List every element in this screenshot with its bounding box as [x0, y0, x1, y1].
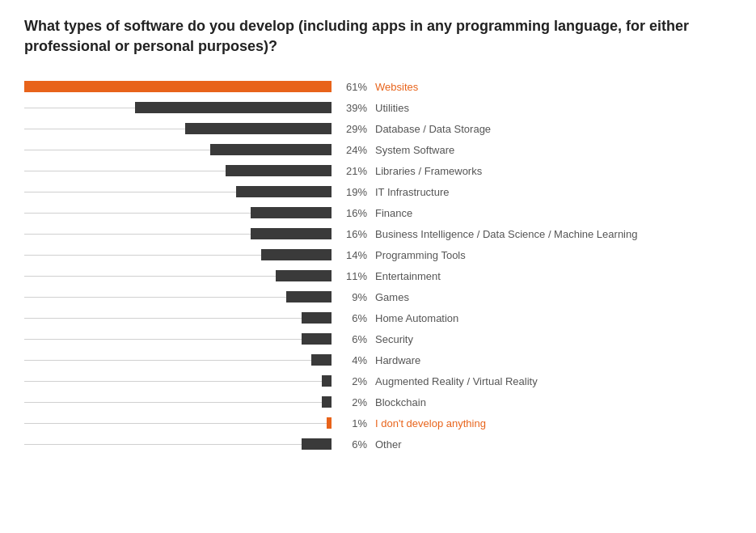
category-label: System Software	[375, 144, 454, 156]
category-label: Home Automation	[375, 312, 458, 324]
bar	[276, 270, 332, 281]
category-label: Augmented Reality / Virtual Reality	[375, 375, 538, 387]
chart-title: What types of software do you develop (i…	[24, 16, 728, 57]
category-label: I don't develop anything	[375, 417, 486, 429]
percent-label: 14%	[336, 249, 367, 261]
percent-label: 2%	[336, 396, 367, 408]
bar-track	[24, 121, 332, 137]
chart-row: 21%Libraries / Frameworks	[24, 160, 732, 181]
bar-track	[24, 415, 332, 431]
percent-label: 9%	[336, 291, 367, 303]
chart-row: 6%Other	[24, 434, 732, 455]
bar	[302, 438, 332, 450]
percent-label: 16%	[336, 207, 367, 219]
bar	[24, 81, 332, 92]
percent-label: 61%	[336, 81, 367, 93]
chart-row: 61%Websites	[24, 76, 732, 97]
bar	[210, 144, 332, 155]
chart-row: 2%Augmented Reality / Virtual Reality	[24, 370, 732, 391]
percent-label: 4%	[336, 354, 367, 366]
percent-label: 6%	[336, 438, 367, 451]
bar-track	[24, 394, 332, 410]
bar-track	[24, 247, 332, 263]
chart-row: 29%Database / Data Storage	[24, 118, 732, 139]
chart-row: 4%Hardware	[24, 349, 732, 370]
bar	[322, 375, 332, 387]
category-label: Database / Data Storage	[375, 123, 491, 135]
category-label: Business Intelligence / Data Science / M…	[375, 228, 637, 240]
category-label: Entertainment	[375, 270, 441, 282]
category-label: Libraries / Frameworks	[375, 165, 482, 177]
chart-row: 24%System Software	[24, 139, 732, 160]
bar-track	[24, 78, 332, 95]
bar-track	[24, 310, 332, 326]
bar	[286, 291, 332, 302]
chart-row: 39%Utilities	[24, 97, 732, 118]
percent-label: 2%	[336, 375, 367, 387]
chart-row: 1%I don't develop anything	[24, 412, 732, 434]
category-label: Games	[375, 291, 409, 303]
percent-label: 21%	[336, 165, 367, 177]
bar	[302, 312, 332, 324]
bar-track	[24, 142, 332, 158]
category-label: IT Infrastructure	[375, 186, 450, 198]
percent-label: 29%	[336, 123, 367, 135]
percent-label: 11%	[336, 270, 367, 282]
chart-row: 2%Blockchain	[24, 391, 732, 412]
bar	[135, 102, 332, 113]
chart-row: 11%Entertainment	[24, 265, 732, 286]
chart-row: 6%Home Automation	[24, 307, 732, 328]
chart-row: 16%Finance	[24, 202, 732, 223]
bar-track	[24, 205, 332, 221]
category-label: Other	[375, 438, 402, 451]
bar	[251, 228, 332, 239]
bar-track	[24, 352, 332, 368]
category-label: Hardware	[375, 354, 420, 366]
bar-track	[24, 184, 332, 200]
bar-track	[24, 268, 332, 284]
bar	[327, 417, 332, 429]
chart-row: 9%Games	[24, 286, 732, 307]
bar	[302, 333, 332, 345]
chart-row: 19%IT Infrastructure	[24, 181, 732, 202]
bar	[236, 186, 332, 197]
bar-track	[24, 99, 332, 116]
category-label: Utilities	[375, 102, 409, 114]
percent-label: 39%	[336, 102, 367, 114]
percent-label: 6%	[336, 333, 367, 345]
percent-label: 1%	[336, 417, 367, 429]
bar-track	[24, 163, 332, 179]
percent-label: 19%	[336, 186, 367, 198]
bar-track	[24, 226, 332, 242]
category-label: Blockchain	[375, 396, 426, 408]
chart-row: 14%Programming Tools	[24, 244, 732, 265]
category-label: Finance	[375, 207, 412, 219]
bar	[251, 207, 332, 218]
bar	[226, 165, 332, 176]
bar-track	[24, 373, 332, 389]
chart-row: 6%Security	[24, 328, 732, 349]
percent-label: 16%	[336, 228, 367, 240]
category-label: Websites	[375, 81, 418, 93]
chart-container: 61%Websites39%Utilities29%Database / Dat…	[24, 76, 732, 455]
bar	[261, 249, 332, 260]
bar-track	[24, 436, 332, 452]
bar-track	[24, 331, 332, 347]
percent-label: 24%	[336, 144, 367, 156]
bar	[322, 396, 332, 408]
bar	[185, 123, 332, 134]
category-label: Security	[375, 333, 413, 345]
category-label: Programming Tools	[375, 249, 466, 261]
bar-track	[24, 289, 332, 305]
percent-label: 6%	[336, 312, 367, 324]
chart-row: 16%Business Intelligence / Data Science …	[24, 223, 732, 244]
bar	[311, 354, 332, 366]
